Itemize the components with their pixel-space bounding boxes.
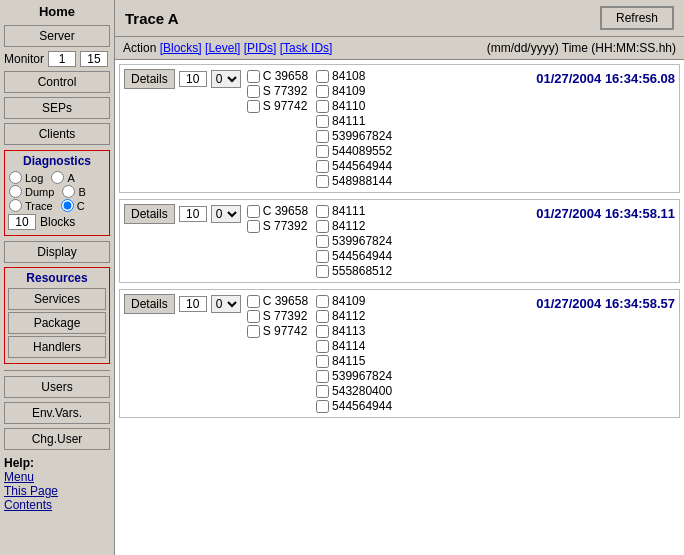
taskid-checkbox[interactable] (316, 265, 329, 278)
num1-input[interactable] (179, 206, 207, 222)
display-button[interactable]: Display (4, 241, 110, 263)
taskid-checkbox[interactable] (316, 205, 329, 218)
list-item: C 39658 (247, 69, 308, 83)
diag-radio-row-1: Log A (8, 171, 106, 184)
num2-select[interactable]: 0 (211, 295, 241, 313)
pid-checkbox[interactable] (247, 100, 260, 113)
pids-link[interactable]: [PIDs] (244, 41, 277, 55)
pid-label: S 77392 (263, 309, 308, 323)
c-radio[interactable] (61, 199, 74, 212)
taskid-checkbox[interactable] (316, 295, 329, 308)
b-radio[interactable] (62, 185, 75, 198)
taskid-label: 84110 (332, 99, 365, 113)
list-item: 548988144 (316, 174, 392, 188)
taskids-link[interactable]: [Task IDs] (280, 41, 333, 55)
list-item: 84111 (316, 204, 392, 218)
taskid-checkbox[interactable] (316, 340, 329, 353)
taskid-checkbox[interactable] (316, 100, 329, 113)
help-thispage-link[interactable]: This Page (4, 484, 110, 498)
package-button[interactable]: Package (8, 312, 106, 334)
pid-checkbox[interactable] (247, 310, 260, 323)
log-label: Log (25, 172, 43, 184)
pid-label: S 97742 (263, 99, 308, 113)
taskid-checkbox[interactable] (316, 85, 329, 98)
taskid-label: 84109 (332, 84, 365, 98)
log-radio[interactable] (9, 171, 22, 184)
list-item: S 97742 (247, 324, 308, 338)
num1-input[interactable] (179, 296, 207, 312)
details-button[interactable]: Details (124, 204, 175, 224)
taskid-label: 84111 (332, 114, 365, 128)
taskid-checkbox[interactable] (316, 385, 329, 398)
taskid-checkbox[interactable] (316, 250, 329, 263)
trace-columns: C 39658S 77392S 977428410984112841138411… (247, 294, 523, 413)
blocks-input[interactable] (8, 214, 36, 230)
taskid-checkbox[interactable] (316, 145, 329, 158)
num1-input[interactable] (179, 71, 207, 87)
taskid-checkbox[interactable] (316, 130, 329, 143)
action-bar-left: Action [Blocks] [Level] [PIDs] [Task IDs… (123, 41, 332, 55)
details-button[interactable]: Details (124, 69, 175, 89)
refresh-button[interactable]: Refresh (600, 6, 674, 30)
server-button[interactable]: Server (4, 25, 110, 47)
timestamp: 01/27/2004 16:34:56.08 (536, 69, 675, 86)
trace-top: Details0C 39658S 77392S 9774284109841128… (124, 294, 675, 413)
pid-checkbox[interactable] (247, 85, 260, 98)
taskid-label: 539967824 (332, 369, 392, 383)
monitor-label: Monitor (4, 52, 44, 66)
num2-select[interactable]: 0 (211, 205, 241, 223)
list-item: 539967824 (316, 369, 392, 383)
num2-select[interactable]: 0 (211, 70, 241, 88)
list-item: 84111 (316, 114, 392, 128)
list-item: 84109 (316, 84, 392, 98)
taskid-checkbox[interactable] (316, 310, 329, 323)
blocks-link[interactable]: [Blocks] (160, 41, 202, 55)
c-label: C (77, 200, 85, 212)
list-item: 544564944 (316, 399, 392, 413)
pid-label: C 39658 (263, 204, 308, 218)
list-item: 544564944 (316, 159, 392, 173)
details-button[interactable]: Details (124, 294, 175, 314)
taskid-checkbox[interactable] (316, 235, 329, 248)
envvars-button[interactable]: Env.Vars. (4, 402, 110, 424)
b-label: B (78, 186, 85, 198)
help-contents-link[interactable]: Contents (4, 498, 110, 512)
users-button[interactable]: Users (4, 376, 110, 398)
services-button[interactable]: Services (8, 288, 106, 310)
taskid-checkbox[interactable] (316, 400, 329, 413)
monitor-input-1[interactable] (48, 51, 76, 67)
taskid-checkbox[interactable] (316, 70, 329, 83)
clients-button[interactable]: Clients (4, 123, 110, 145)
taskid-checkbox[interactable] (316, 175, 329, 188)
taskid-label: 84108 (332, 69, 365, 83)
taskid-checkbox[interactable] (316, 325, 329, 338)
pid-checkbox[interactable] (247, 325, 260, 338)
list-item: 555868512 (316, 264, 392, 278)
pid-checkbox[interactable] (247, 205, 260, 218)
seps-button[interactable]: SEPs (4, 97, 110, 119)
a-radio[interactable] (51, 171, 64, 184)
taskid-checkbox[interactable] (316, 355, 329, 368)
taskid-checkbox[interactable] (316, 370, 329, 383)
taskid-checkbox[interactable] (316, 220, 329, 233)
pid-label: S 97742 (263, 324, 308, 338)
list-item: C 39658 (247, 294, 308, 308)
action-bar-right: (mm/dd/yyyy) Time (HH:MM:SS.hh) (487, 41, 676, 55)
trace-label: Trace (25, 200, 53, 212)
chguser-button[interactable]: Chg.User (4, 428, 110, 450)
help-menu-link[interactable]: Menu (4, 470, 110, 484)
monitor-input-2[interactable] (80, 51, 108, 67)
list-item: 539967824 (316, 234, 392, 248)
taskid-checkbox[interactable] (316, 160, 329, 173)
dump-radio[interactable] (9, 185, 22, 198)
trace-radio[interactable] (9, 199, 22, 212)
pid-checkbox[interactable] (247, 295, 260, 308)
trace-top: Details0C 39658S 77392S 9774284108841098… (124, 69, 675, 188)
level-link[interactable]: [Level] (205, 41, 240, 55)
control-button[interactable]: Control (4, 71, 110, 93)
pid-checkbox[interactable] (247, 70, 260, 83)
taskid-checkbox[interactable] (316, 115, 329, 128)
trace-entry: Details0C 39658S 77392841118411253996782… (119, 199, 680, 283)
pid-checkbox[interactable] (247, 220, 260, 233)
handlers-button[interactable]: Handlers (8, 336, 106, 358)
